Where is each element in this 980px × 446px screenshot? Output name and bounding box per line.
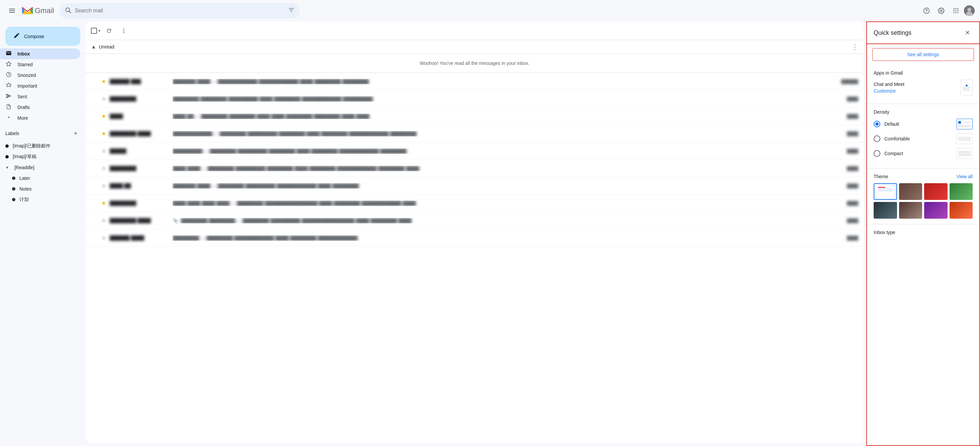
email-sender: ████████ ████: [110, 218, 170, 223]
star-icon[interactable]: ★: [100, 113, 107, 119]
table-row[interactable]: ☆ ████████ ████████ ████████ █████████ █…: [86, 90, 864, 108]
sidebar-item-important[interactable]: Important: [0, 81, 80, 91]
preview-line: [962, 122, 971, 123]
sidebar-item-drafts[interactable]: Drafts: [0, 102, 80, 113]
table-row[interactable]: ☆ █████ █████████ — ████████ █████████ █…: [86, 143, 864, 160]
sidebar-item-inbox[interactable]: Inbox: [0, 49, 80, 59]
starred-label: Starred: [18, 62, 75, 67]
radio-default[interactable]: [873, 121, 880, 127]
search-input[interactable]: [75, 8, 285, 14]
table-row[interactable]: ☆ ████████ ████ 📎 ████████ ████████ — ██…: [86, 212, 864, 229]
filter-icon[interactable]: [288, 7, 295, 15]
svg-point-9: [957, 8, 958, 10]
email-time: ████: [847, 132, 858, 136]
theme-item-orange[interactable]: [950, 202, 973, 219]
select-all-checkbox[interactable]: [91, 28, 97, 34]
preview-icon: [958, 121, 961, 124]
unread-section-header: ▲ Unread ⋮: [86, 40, 864, 54]
sidebar-item-snoozed[interactable]: Snoozed: [0, 70, 80, 81]
star-icon[interactable]: ★: [100, 130, 107, 137]
svg-point-6: [926, 12, 927, 13]
density-comfortable-preview: [956, 133, 973, 144]
star-icon[interactable]: ☆: [100, 95, 107, 102]
radio-comfortable[interactable]: [873, 135, 880, 142]
see-all-settings-link[interactable]: See all settings: [907, 52, 939, 57]
label-dot: [5, 155, 9, 159]
table-row[interactable]: ☆ ████ ██ ███████ ████ — ████████ ██████…: [86, 177, 864, 195]
select-dropdown-arrow[interactable]: ▾: [98, 29, 100, 33]
star-icon[interactable]: ☆: [100, 235, 107, 241]
table-row[interactable]: ★ ████████ ████ ████████████ — ████████ …: [86, 125, 864, 143]
chat-dot: [966, 84, 967, 87]
radio-compact[interactable]: [873, 150, 880, 157]
label-plan[interactable]: 计划: [0, 194, 80, 205]
settings-button[interactable]: [934, 4, 948, 17]
email-sender: █████: [110, 148, 170, 154]
section-more-button[interactable]: ⋮: [851, 43, 858, 51]
density-option-compact[interactable]: Compact: [873, 148, 973, 159]
email-subject: ████ ██ — ████████ ████████ ████ ████ ██…: [173, 114, 844, 119]
see-all-settings-button[interactable]: See all settings: [872, 48, 974, 61]
theme-item-brown[interactable]: [899, 202, 923, 219]
add-label-button[interactable]: +: [71, 129, 80, 138]
quick-settings-title: Quick settings: [873, 29, 912, 37]
inbox-type-section: Inbox type: [867, 227, 979, 240]
theme-item-nature1[interactable]: [899, 183, 923, 200]
star-icon[interactable]: ☆: [100, 217, 107, 224]
label-later[interactable]: Later: [0, 173, 80, 184]
theme-item-purple[interactable]: [924, 202, 948, 219]
theme-item-green[interactable]: [950, 183, 973, 200]
label-imap-deleted[interactable]: [Imap]/已删除邮件: [0, 141, 80, 151]
theme-item-default[interactable]: [873, 183, 897, 200]
empty-inbox-message: Woohoo! You've read all the messages in …: [86, 54, 864, 73]
theme-view-all-link[interactable]: View all: [956, 174, 973, 179]
apps-button[interactable]: [949, 4, 963, 17]
gmail-logo: Gmail: [21, 6, 54, 15]
label-notes[interactable]: Notes: [0, 184, 80, 194]
table-row[interactable]: ☆ ██████ ████ ████████ — ████████ ██████…: [86, 229, 864, 247]
hamburger-button[interactable]: [5, 4, 19, 17]
star-icon[interactable]: ★: [100, 200, 107, 206]
table-row[interactable]: ★ ██████ ███ ███████ ████ — ████████████…: [86, 73, 864, 90]
more-icon: [5, 114, 12, 122]
density-option-comfortable[interactable]: Comfortable: [873, 133, 973, 144]
star-icon[interactable]: ☆: [100, 148, 107, 154]
table-row[interactable]: ★ ████████ ████ ████ ████ ████ — ███████…: [86, 195, 864, 212]
density-option-default[interactable]: Default: [873, 119, 973, 129]
sidebar-item-starred[interactable]: Starred: [0, 59, 80, 70]
svg-point-13: [954, 12, 955, 13]
density-section: Density Default: [867, 106, 979, 165]
email-time: ████: [847, 149, 858, 154]
email-subject: ███████ ████ — ████████ █████████ ██████…: [173, 183, 844, 189]
star-icon[interactable]: ☆: [100, 183, 107, 189]
email-time: ████: [847, 114, 858, 119]
avatar[interactable]: [964, 5, 975, 16]
theme-item-red[interactable]: [924, 183, 948, 200]
label-imap-draft[interactable]: [Imap]/草稿: [0, 151, 80, 162]
label-later-text: Later: [19, 176, 30, 181]
sidebar-item-sent[interactable]: Sent: [0, 91, 80, 102]
table-row[interactable]: ☆ ████████ ████ ████ — ████████ ████████…: [86, 160, 864, 177]
quick-settings-close-button[interactable]: ✕: [962, 27, 973, 38]
email-time: ████: [847, 201, 858, 206]
chat-meet-label-text: Chat and Meet: [873, 82, 904, 87]
star-icon[interactable]: ★: [100, 78, 107, 84]
star-icon[interactable]: ☆: [100, 165, 107, 171]
customize-link[interactable]: Customize: [873, 88, 904, 94]
theme-bar: [878, 187, 885, 188]
compose-button[interactable]: Compose: [5, 27, 80, 46]
compose-label: Compose: [24, 34, 44, 39]
preview-line: [958, 126, 971, 127]
label-readdle[interactable]: ▼ [Readdle]: [0, 162, 80, 173]
theme-item-dark[interactable]: [873, 202, 897, 219]
email-subject: ████ ████ ████ ████ — ████████ █████████…: [173, 201, 844, 206]
more-toolbar-button[interactable]: [118, 25, 130, 37]
chat-and-meet-label: Chat and Meet Customize: [873, 82, 904, 94]
refresh-button[interactable]: [103, 25, 115, 37]
density-default-label: Default: [885, 121, 953, 127]
section-collapse-icon[interactable]: ▲: [91, 44, 96, 50]
sidebar-item-more[interactable]: More: [0, 113, 80, 123]
help-button[interactable]: [920, 4, 933, 17]
svg-point-15: [957, 12, 958, 13]
table-row[interactable]: ★ ████ ████ ██ — ████████ ████████ ████ …: [86, 108, 864, 125]
